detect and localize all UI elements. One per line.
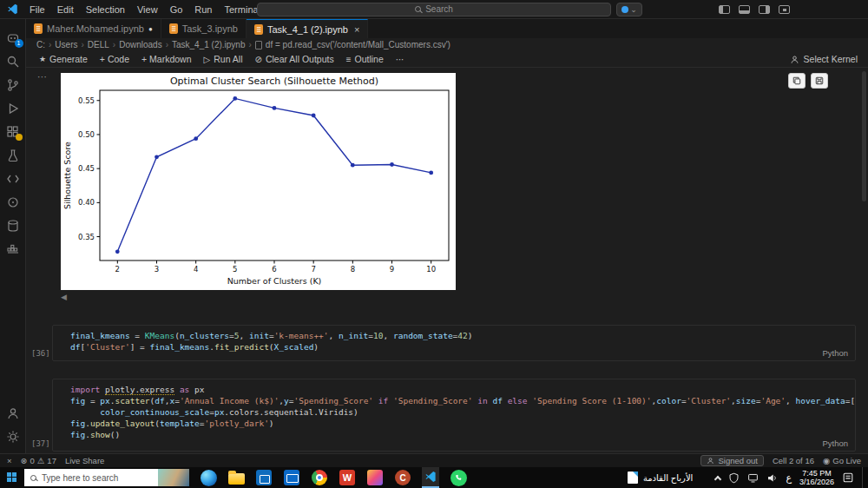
close-icon[interactable]: × [354,24,359,35]
taskbar-search-input[interactable]: Type here to search [24,469,189,486]
vscode-taskbar-icon[interactable] [422,467,439,488]
code-cell-37[interactable]: import plotly.express as pxfig = px.scat… [52,379,856,452]
chart-output: Optimal Cluster Search (Silhouette Metho… [61,73,456,290]
svg-text:0.50: 0.50 [78,130,95,139]
menu-file[interactable]: File [23,4,51,15]
run-debug-icon[interactable] [3,96,23,120]
store-icon[interactable] [255,469,273,486]
copilot-menu-button[interactable]: ⌄ [616,3,642,16]
warnings-icon: ⚠ [37,456,45,465]
tab-label: Task_3.ipynb [182,23,238,34]
outline-button[interactable]: ≡ Outline [340,54,390,64]
copy-icon [792,76,801,85]
modified-dot-icon[interactable]: ● [148,25,153,33]
breadcrumb-item[interactable]: DELL [88,40,109,49]
search-placeholder: Search [425,4,453,14]
mail-icon[interactable] [283,469,300,486]
command-center-search[interactable]: Search [257,3,611,16]
output-kebab-icon[interactable]: ⋯ [37,71,48,82]
customize-layout-icon[interactable] [779,5,790,14]
search-icon[interactable] [3,49,23,73]
security-shield-icon[interactable] [728,472,740,484]
clock[interactable]: 7:45 PM 3/16/2026 [799,469,834,486]
breadcrumb-item[interactable]: Task_4_1 (2).ipynb [172,40,246,49]
person-icon [790,55,799,64]
breadcrumb-cell-preview[interactable]: df = pd.read_csv('/content/Mall_Customer… [266,40,450,49]
account-icon[interactable] [3,401,23,425]
menu-view[interactable]: View [131,4,164,15]
add-code-button[interactable]: + Code [94,54,135,64]
remote-explorer-icon[interactable] [3,167,23,190]
menu-go[interactable]: Go [164,4,189,15]
bing-daily-image[interactable] [158,469,189,486]
extensions-icon[interactable] [3,120,23,143]
input-language-indicator[interactable]: ع [786,472,792,484]
edge-icon[interactable] [200,469,217,486]
add-markdown-button[interactable]: + Markdown [135,54,197,64]
chrome-icon[interactable] [311,469,328,486]
tray-expand-icon[interactable] [714,475,721,482]
clear-icon: ⊘ [254,55,261,64]
windows-taskbar: Type here to search W C الأرباح القادمة [0,467,868,488]
select-kernel-button[interactable]: Select Kernel [790,54,858,64]
more-actions-button[interactable]: ⋯ [390,55,411,64]
clear-outputs-button[interactable]: ⊘ Clear All Outputs [248,54,339,64]
generate-button[interactable]: ★ Generate [33,54,94,64]
chat-badge: 1 [15,39,23,48]
notebook-file-icon [34,23,43,34]
execution-count: [37] [31,439,50,448]
signed-out-button[interactable]: Signed out [700,455,763,466]
volume-icon[interactable] [766,472,778,484]
live-share-button[interactable]: Live Share [65,456,104,465]
copy-output-button[interactable] [788,73,806,89]
remote-indicator[interactable]: × [7,456,12,465]
breadcrumb-separator: › [166,40,168,49]
tab-bar: Maher.Mohamed.ipynb ● Task_3.ipynb Task_… [26,19,868,38]
news-widget[interactable]: الأرباح القادمة [628,472,693,484]
database-icon[interactable] [3,214,23,237]
scroll-left-icon[interactable]: ◀ [61,293,67,301]
show-desktop-button[interactable] [862,467,866,488]
docker-icon[interactable] [3,237,23,260]
settings-gear-icon[interactable] [3,425,23,448]
go-live-button[interactable]: ◉ Go Live [823,456,861,465]
breadcrumb-item[interactable]: C: [36,40,45,49]
cell-language-picker[interactable]: Python [822,439,848,448]
code-editor[interactable]: import plotly.express as pxfig = px.scat… [53,379,855,451]
search-placeholder: Type here to search [42,473,118,483]
file-explorer-icon[interactable] [227,469,245,486]
cell-indicator[interactable]: Cell 2 of 16 [773,456,814,465]
network-icon[interactable] [747,472,759,484]
testing-icon[interactable] [3,143,23,167]
cell-language-picker[interactable]: Python [822,348,848,358]
source-control-icon[interactable] [3,73,23,96]
menu-run[interactable]: Run [188,4,218,15]
jupyter-icon[interactable] [3,190,23,214]
titlebar: File Edit Selection View Go Run Terminal… [0,0,868,19]
action-center-icon[interactable] [842,472,854,484]
word-app-icon[interactable]: W [339,469,356,486]
start-button[interactable] [0,467,24,488]
tab-task-3[interactable]: Task_3.ipynb [161,19,247,38]
menu-edit[interactable]: Edit [51,4,80,15]
photos-icon[interactable] [366,469,384,486]
copilot-chat-icon[interactable]: 1 [3,26,23,49]
whatsapp-icon[interactable] [450,469,467,486]
toggle-sidebar-icon[interactable] [719,5,730,14]
toggle-panel-icon[interactable] [739,5,750,14]
time: 7:45 PM [802,469,832,478]
code-editor[interactable]: final_kmeans = KMeans(n_clusters=5, init… [53,326,855,360]
menu-selection[interactable]: Selection [80,4,131,15]
scrollbar-thumb[interactable] [862,71,866,201]
problems-indicator[interactable]: ⊗ 0 ⚠ 17 [21,456,56,465]
breadcrumb-item[interactable]: Downloads [119,40,161,49]
tab-maher-mohamed[interactable]: Maher.Mohamed.ipynb ● [26,19,161,38]
toggle-secondary-sidebar-icon[interactable] [759,5,770,14]
save-output-button[interactable] [811,73,828,89]
remote-icon: × [7,456,12,465]
code-cell-36[interactable]: final_kmeans = KMeans(n_clusters=5, init… [52,325,856,361]
run-all-button[interactable]: ▷ Run All [198,54,249,64]
cb-app-icon[interactable]: C [394,469,411,486]
tab-task-4-1[interactable]: Task_4_1 (2).ipynb × [247,19,368,38]
breadcrumb-item[interactable]: Users [55,40,77,49]
